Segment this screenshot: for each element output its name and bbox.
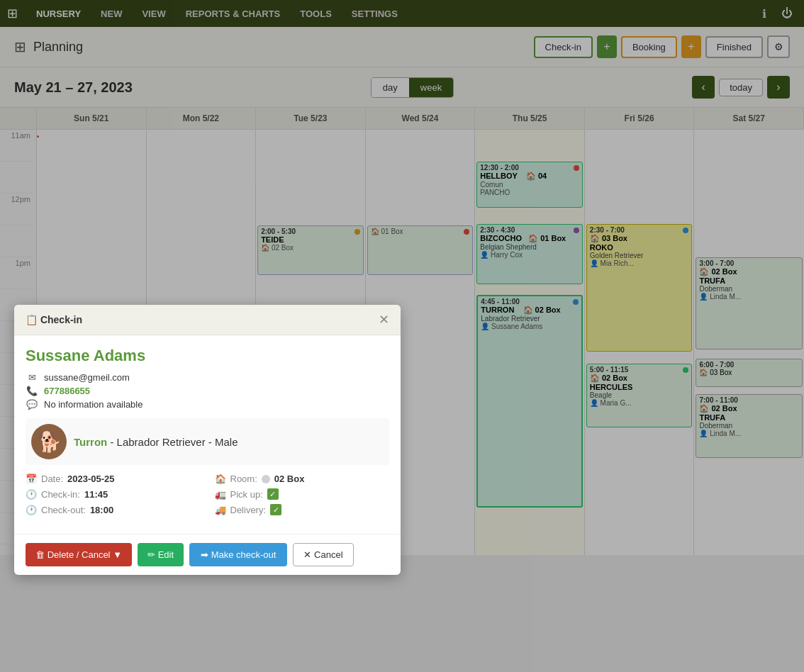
date-label: Date: (41, 474, 63, 484)
date-row: 📅 Date: 2023-05-25 (26, 474, 201, 484)
room-row: 🏠 Room: 02 Box (215, 474, 390, 484)
pet-section: 🐕 Turron - Labrador Retriever - Male (26, 418, 389, 465)
pet-name: Turron (74, 436, 107, 448)
pet-info: Turron - Labrador Retriever - Male (74, 436, 238, 448)
date-value: 2023-05-25 (67, 474, 115, 484)
details-grid: 📅 Date: 2023-05-25 🏠 Room: 02 Box 🕐 Chec… (26, 474, 389, 515)
delivery-label: Delivery: (230, 505, 267, 515)
pet-avatar: 🐕 (31, 424, 67, 459)
edit-icon: ✏ (147, 549, 155, 555)
edit-label: Edit (158, 549, 174, 555)
checkout-label: Check-out: (41, 505, 86, 515)
calendar-icon: 📅 (26, 474, 37, 484)
email-value: sussane@gmeil.com (44, 372, 130, 383)
whatsapp-icon: 💬 (26, 399, 38, 410)
room-icon: 🏠 (215, 474, 226, 484)
modal-title: 📋 Check-in (26, 314, 82, 325)
clock-icon: 🕐 (26, 489, 37, 500)
contact-info: ✉ sussane@gmeil.com 📞 677886655 💬 No inf… (26, 372, 389, 410)
email-icon: ✉ (26, 372, 38, 383)
checkin-row: 🕐 Check-in: 11:45 (26, 488, 201, 500)
modal-body: Sussane Adams ✉ sussane@gmeil.com 📞 6778… (14, 335, 401, 534)
cancel-icon: ✕ (303, 549, 311, 555)
modal-title-text: Check-in (40, 314, 82, 325)
room-value: 02 Box (274, 474, 305, 484)
checkout-label: Make check-out (211, 549, 277, 555)
checkin-icon: 📋 (26, 314, 38, 325)
room-label: Room: (230, 474, 257, 484)
modal-footer: 🗑 Delete / Cancel ▼ ✏ Edit ➡ Make check-… (14, 534, 401, 555)
pickup-row: 🚛 Pick up: ✓ (215, 488, 390, 500)
pickup-checkbox: ✓ (267, 488, 279, 500)
email-row: ✉ sussane@gmeil.com (26, 372, 389, 383)
dropdown-arrow: ▼ (113, 549, 122, 555)
cancel-modal-button[interactable]: ✕ Cancel (293, 543, 353, 555)
room-color-dot (262, 475, 270, 483)
modal-header: 📋 Check-in ✕ (14, 305, 401, 335)
clock2-icon: 🕐 (26, 505, 37, 515)
cancel-label: Cancel (314, 549, 342, 555)
whatsapp-row: 💬 No information available (26, 399, 389, 410)
delivery-row: 🚚 Delivery: ✓ (215, 504, 390, 515)
client-name: Sussane Adams (26, 347, 389, 365)
checkin-modal: 📋 Check-in ✕ Sussane Adams ✉ sussane@gme… (14, 305, 401, 555)
checkin-time-label: Check-in: (41, 489, 80, 500)
whatsapp-value: No information available (44, 399, 143, 410)
checkout-value: 18:00 (90, 505, 113, 515)
pickup-label: Pick up: (230, 489, 263, 500)
pet-details: - Labrador Retriever - Male (110, 436, 238, 448)
delete-cancel-button[interactable]: 🗑 Delete / Cancel ▼ (26, 543, 132, 555)
phone-icon: 📞 (26, 386, 38, 396)
phone-value: 677886655 (44, 386, 90, 396)
delivery-checkbox: ✓ (270, 504, 281, 515)
trash-icon: 🗑 (35, 549, 45, 555)
phone-row: 📞 677886655 (26, 386, 389, 396)
checkin-time-value: 11:45 (84, 489, 108, 500)
delete-label: Delete / Cancel (48, 549, 111, 555)
make-checkout-button[interactable]: ➡ Make check-out (189, 543, 287, 555)
delivery-icon: 🚚 (215, 505, 226, 515)
checkout-row: 🕐 Check-out: 18:00 (26, 504, 201, 515)
modal-overlay: 📋 Check-in ✕ Sussane Adams ✉ sussane@gme… (0, 0, 804, 555)
edit-button[interactable]: ✏ Edit (138, 543, 184, 555)
truck-icon: 🚛 (215, 489, 226, 500)
checkout-icon: ➡ (201, 549, 208, 555)
modal-close-button[interactable]: ✕ (379, 312, 389, 327)
